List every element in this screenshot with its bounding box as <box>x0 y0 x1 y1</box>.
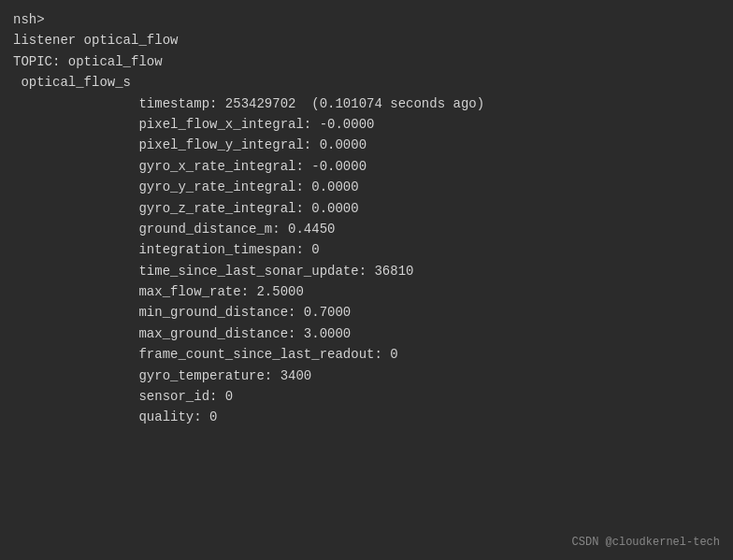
terminal-line-integration: integration_timespan: 0 <box>13 239 720 260</box>
terminal-line-min_ground: min_ground_distance: 0.7000 <box>13 302 720 323</box>
terminal-line-command: listener optical_flow <box>13 30 720 50</box>
terminal-line-struct: optical_flow_s <box>13 72 720 93</box>
terminal-line-sensor_id: sensor_id: 0 <box>13 386 720 407</box>
terminal-line-gyro_x: gyro_x_rate_integral: -0.0000 <box>13 156 720 177</box>
terminal-line-quality: quality: 0 <box>13 407 720 427</box>
terminal-line-topic: TOPIC: optical_flow <box>13 51 720 72</box>
terminal-line-timestamp: timestamp: 253429702 (0.101074 seconds a… <box>13 93 720 114</box>
terminal-line-max_flow: max_flow_rate: 2.5000 <box>13 281 720 302</box>
terminal-line-frame_count: frame_count_since_last_readout: 0 <box>13 344 720 365</box>
terminal-line-max_ground: max_ground_distance: 3.0000 <box>13 323 720 344</box>
terminal-line-pixel_flow_y: pixel_flow_y_integral: 0.0000 <box>13 135 720 155</box>
terminal-window: nsh>listener optical_flowTOPIC: optical_… <box>0 0 733 560</box>
watermark: CSDN @cloudkernel-tech <box>572 536 720 549</box>
terminal-line-gyro_temp: gyro_temperature: 3400 <box>13 366 720 386</box>
terminal-line-prompt: nsh> <box>13 9 720 30</box>
terminal-line-pixel_flow_x: pixel_flow_x_integral: -0.0000 <box>13 114 720 135</box>
terminal-line-time_sonar: time_since_last_sonar_update: 36810 <box>13 261 720 281</box>
terminal-line-gyro_z: gyro_z_rate_integral: 0.0000 <box>13 198 720 219</box>
terminal-line-ground_dist: ground_distance_m: 0.4450 <box>13 219 720 239</box>
terminal-line-gyro_y: gyro_y_rate_integral: 0.0000 <box>13 177 720 197</box>
